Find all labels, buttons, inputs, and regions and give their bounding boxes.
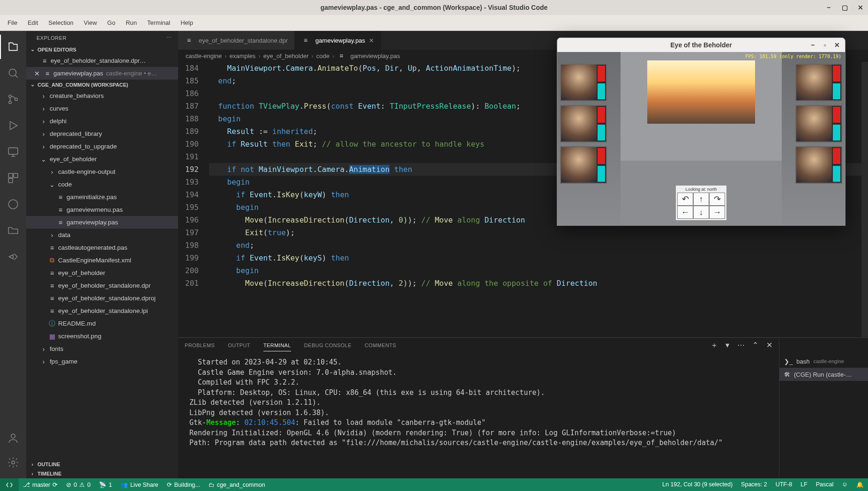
window-maximize-icon[interactable]: ▢ (841, 4, 848, 11)
file-screenshot.png[interactable]: ▦screenshot.png (26, 330, 178, 342)
game-viewport[interactable]: FPS: 101.59 (only render: 1770.19) Looki… (557, 52, 845, 226)
menu-terminal[interactable]: Terminal (142, 17, 175, 28)
turn-left-button[interactable]: ↶ (677, 193, 693, 206)
game-minimize-icon[interactable]: − (808, 40, 818, 50)
menu-view[interactable]: View (79, 17, 102, 28)
menu-file[interactable]: File (3, 17, 22, 28)
file-eye_of_beholder[interactable]: ≡eye_of_beholder (26, 267, 178, 279)
file-eye_of_beholder_standalone.lpi[interactable]: ≡eye_of_beholder_standalone.lpi (26, 305, 178, 317)
folder-deprecated_to_upgrade[interactable]: ›deprecated_to_upgrade (26, 140, 178, 153)
workspace-header[interactable]: ⌄ CGE_AND_COMMON (WORKSPACE) (26, 80, 178, 89)
maximize-panel-icon[interactable]: ⌃ (752, 341, 758, 353)
sidebar-more-icon[interactable]: ⋯ (166, 35, 172, 41)
status-encoding[interactable]: UTF-8 (771, 481, 796, 488)
remote-indicator[interactable] (0, 478, 19, 491)
panel-tab-terminal[interactable]: TERMINAL (263, 342, 291, 351)
outline-header[interactable]: › OUTLINE (26, 460, 178, 469)
terminal-task[interactable]: 🛠 (CGE) Run (castle-… (779, 368, 868, 381)
folder-delphi[interactable]: ›delphi (26, 115, 178, 127)
file-castleautogenerated.pas[interactable]: ≡castleautogenerated.pas (26, 241, 178, 254)
split-terminal-icon[interactable]: ▾ (726, 341, 729, 353)
tab-item[interactable]: ≡ eye_of_beholder_standalone.dpr (178, 31, 295, 50)
menu-help[interactable]: Help (176, 17, 198, 28)
folder-code[interactable]: ⌄code (26, 178, 178, 191)
activity-search-icon[interactable] (0, 61, 26, 85)
panel-tab-output[interactable]: OUTPUT (228, 342, 250, 351)
folder-fonts[interactable]: ›fonts (26, 342, 178, 355)
activity-remote-icon[interactable] (0, 140, 26, 164)
file-gameviewmenu.pas[interactable]: ≡gameviewmenu.pas (26, 203, 178, 216)
status-ports[interactable]: 📡 1 (95, 478, 116, 491)
status-cursor[interactable]: Ln 192, Col 30 (9 selected) (658, 481, 737, 488)
tab-item[interactable]: ≡ gameviewplay.pas ✕ (295, 31, 381, 50)
move-forward-button[interactable]: ↑ (693, 193, 709, 206)
activity-folder-icon[interactable] (0, 218, 26, 243)
file-gameinitialize.pas[interactable]: ≡gameinitialize.pas (26, 191, 178, 203)
game-close-icon[interactable]: ✕ (832, 40, 842, 50)
menu-run[interactable]: Run (121, 17, 142, 28)
activity-debug-icon[interactable] (0, 113, 26, 138)
game-maximize-icon[interactable]: ▫ (820, 40, 830, 50)
menu-selection[interactable]: Selection (44, 17, 78, 28)
status-language[interactable]: Pascal (812, 481, 838, 488)
open-editor-item[interactable]: ≡ eye_of_beholder_standalone.dpr… (26, 54, 178, 67)
strafe-right-button[interactable]: → (709, 206, 725, 219)
file-README.md[interactable]: ⓘREADME.md (26, 317, 178, 330)
close-icon[interactable]: ✕ (369, 37, 374, 44)
terminal-task[interactable]: ❯_ bash castle-engine (779, 355, 868, 368)
status-eol[interactable]: LF (796, 481, 812, 488)
status-spaces[interactable]: Spaces: 2 (737, 481, 771, 488)
folder-creature_behaviors[interactable]: ›creature_behaviors (26, 89, 178, 102)
terminal-output[interactable]: Started on 2023-04-29 at 02:10:45. Castl… (178, 356, 779, 478)
party-portrait[interactable] (560, 64, 607, 101)
more-icon[interactable]: ⋯ (737, 341, 745, 353)
file-eye_of_beholder_standalone.dpr[interactable]: ≡eye_of_beholder_standalone.dpr (26, 279, 178, 292)
turn-right-button[interactable]: ↷ (709, 193, 725, 206)
folder-curves[interactable]: ›curves (26, 102, 178, 115)
activity-settings-icon[interactable] (0, 450, 26, 475)
open-editor-item[interactable]: ✕ ≡ gameviewplay.pas castle-engine • e… (26, 67, 178, 80)
activity-extensions-icon[interactable] (0, 166, 26, 190)
folder-eye_of_beholder[interactable]: ⌄eye_of_beholder (26, 153, 178, 165)
party-portrait[interactable] (560, 105, 607, 142)
file-gameviewplay.pas[interactable]: ≡gameviewplay.pas (26, 216, 178, 229)
party-portrait[interactable] (795, 146, 842, 184)
timeline-header[interactable]: › TIMELINE (26, 469, 178, 478)
status-building[interactable]: ⟳ Building... (163, 478, 204, 491)
folder-fps_game[interactable]: ›fps_game (26, 355, 178, 368)
folder-deprecated_library[interactable]: ›deprecated_library (26, 127, 178, 140)
status-bell-icon[interactable]: 🔔 (852, 481, 868, 488)
game-window[interactable]: Eye of the Beholder − ▫ ✕ FPS: 101.59 (o… (557, 37, 846, 226)
party-portrait[interactable] (560, 146, 607, 184)
window-close-icon[interactable]: ✕ (857, 4, 864, 11)
activity-github-icon[interactable] (0, 192, 26, 216)
folder-castle-engine-output[interactable]: ›castle-engine-output (26, 165, 178, 178)
status-errors[interactable]: ⊘ 0 ⚠ 0 (62, 478, 95, 491)
new-terminal-icon[interactable]: ＋ (711, 341, 718, 353)
panel-tab-problems[interactable]: PROBLEMS (185, 342, 215, 351)
party-portrait[interactable] (795, 64, 842, 101)
close-panel-icon[interactable]: ✕ (766, 341, 772, 353)
status-liveshare[interactable]: 👥 Live Share (116, 478, 163, 491)
activity-liveshare-icon[interactable] (0, 245, 26, 269)
activity-account-icon[interactable] (0, 426, 26, 450)
file-eye_of_beholder_standalone.dproj[interactable]: ≡eye_of_beholder_standalone.dproj (26, 292, 178, 305)
close-icon[interactable]: ✕ (33, 70, 41, 77)
move-back-button[interactable]: ↓ (693, 206, 709, 219)
panel-tab-comments[interactable]: COMMENTS (365, 342, 396, 351)
minimap[interactable] (861, 62, 868, 337)
status-feedback-icon[interactable]: ☺ (838, 481, 852, 488)
menu-edit[interactable]: Edit (23, 17, 43, 28)
activity-explorer-icon[interactable] (0, 35, 26, 59)
status-folder[interactable]: 🗀 cge_and_common (204, 478, 269, 491)
window-minimize-icon[interactable]: − (825, 4, 832, 11)
menu-go[interactable]: Go (103, 17, 120, 28)
panel-tab-debug[interactable]: DEBUG CONSOLE (304, 342, 352, 351)
open-editors-header[interactable]: ⌄ OPEN EDITORS (26, 45, 178, 54)
strafe-left-button[interactable]: ← (677, 206, 693, 219)
file-CastleEngineManifest.xml[interactable]: ⧉CastleEngineManifest.xml (26, 254, 178, 267)
party-portrait[interactable] (795, 105, 842, 142)
activity-scm-icon[interactable] (0, 87, 26, 112)
git-branch[interactable]: ⎇ master ⟳ (19, 478, 62, 491)
folder-data[interactable]: ›data (26, 229, 178, 241)
